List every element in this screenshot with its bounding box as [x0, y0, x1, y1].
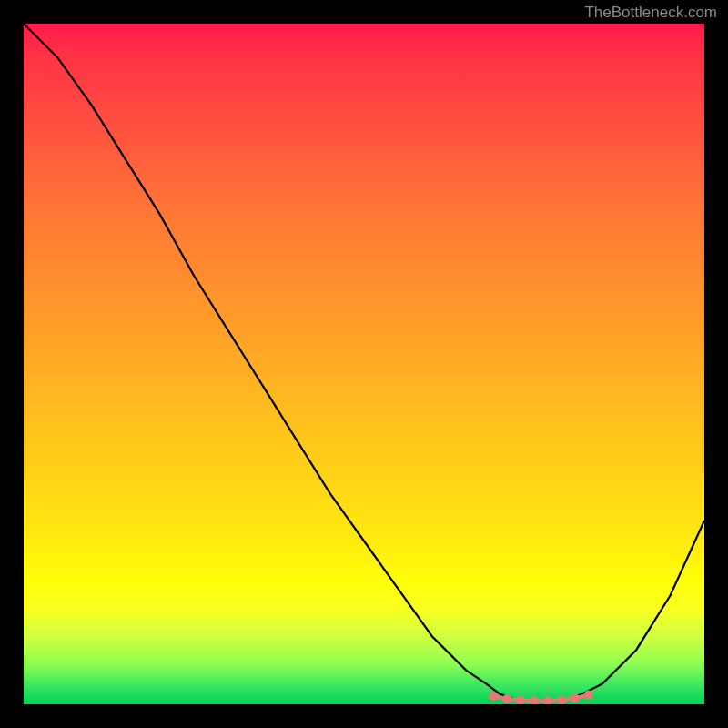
marker-dot — [584, 691, 593, 700]
markers-svg — [24, 24, 704, 704]
marker-dot — [489, 692, 498, 701]
marker-dot — [571, 693, 580, 703]
optimal-range-markers — [489, 691, 593, 705]
watermark-text: TheBottleneck.com — [584, 4, 717, 22]
marker-dot — [516, 696, 525, 705]
marker-dot — [530, 696, 539, 704]
chart-container — [24, 24, 704, 704]
marker-dot — [543, 696, 552, 704]
marker-dot — [502, 694, 511, 703]
marker-dot — [557, 696, 566, 705]
